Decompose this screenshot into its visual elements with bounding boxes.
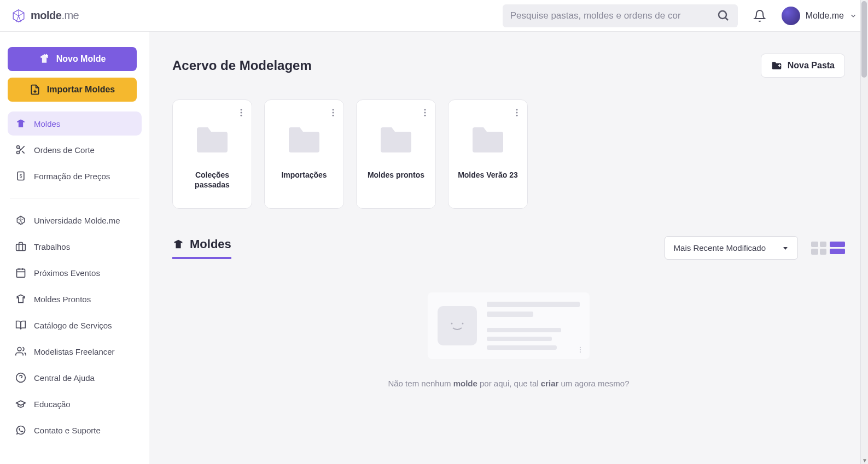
tab-label: Moldes	[190, 237, 231, 251]
button-label: Importar Moldes	[47, 85, 115, 95]
scroll-down-icon[interactable]: ▼	[861, 456, 868, 464]
list-view-button[interactable]	[830, 242, 845, 255]
user-name: Molde.me	[806, 11, 844, 21]
nav-label: Moldes	[34, 119, 60, 128]
briefcase-icon	[15, 241, 26, 252]
empty-avatar	[438, 306, 477, 345]
svg-point-5	[17, 146, 20, 149]
svg-point-26	[333, 109, 334, 110]
nav-main: Moldes Ordens de Corte $ Formação de Pre…	[8, 111, 142, 188]
svg-line-2	[725, 17, 728, 20]
svg-text:$: $	[20, 173, 22, 179]
import-icon	[30, 84, 40, 95]
more-icon[interactable]	[512, 108, 522, 118]
import-molds-button[interactable]: Importar Moldes	[8, 78, 137, 102]
new-mold-button[interactable]: Novo Molde	[8, 47, 137, 71]
users-icon	[15, 346, 26, 357]
sort-select[interactable]: Mais Recente Modificado	[665, 236, 798, 260]
grad-cap-icon	[15, 398, 26, 409]
more-icon[interactable]	[236, 108, 246, 118]
sidebar-item-central-ajuda[interactable]: Central de Ajuda	[8, 366, 142, 390]
whatsapp-icon	[15, 425, 26, 436]
svg-point-27	[333, 112, 334, 114]
svg-point-18	[18, 348, 21, 351]
user-menu[interactable]: Molde.me	[782, 7, 857, 25]
nav-label: Contato e Suporte	[34, 426, 101, 435]
svg-rect-14	[17, 269, 25, 277]
svg-point-23	[241, 109, 242, 110]
folder-icon	[195, 124, 230, 155]
svg-point-31	[424, 115, 426, 116]
folder-plus-icon	[771, 61, 782, 71]
logo[interactable]: molde.me	[11, 8, 79, 24]
tab-moldes[interactable]: Moldes	[172, 237, 231, 259]
svg-point-40	[580, 351, 581, 353]
view-toggle	[811, 242, 845, 255]
chevron-down-icon	[849, 12, 857, 20]
sidebar-item-ordens-de-corte[interactable]: Ordens de Corte	[8, 138, 142, 162]
svg-marker-35	[783, 247, 788, 250]
logo-text: molde.me	[31, 9, 79, 22]
logo-icon	[11, 8, 26, 24]
nav-label: Educação	[34, 400, 71, 409]
search-box[interactable]	[503, 4, 738, 27]
sidebar-item-modelistas-freelancer[interactable]: Modelistas Freelancer	[8, 339, 142, 363]
scrollbar[interactable]: ▲ ▼	[860, 0, 868, 464]
sidebar-item-educacao[interactable]: Educação	[8, 392, 142, 416]
folder-name: Moldes Verão 23	[458, 170, 518, 180]
svg-point-30	[424, 112, 426, 114]
sidebar-item-moldes[interactable]: Moldes	[8, 111, 142, 136]
svg-point-29	[424, 109, 426, 110]
search-icon[interactable]	[717, 9, 730, 22]
search-input[interactable]	[510, 10, 710, 21]
folder-name: Moldes prontos	[368, 170, 424, 180]
sidebar-item-trabalhos[interactable]: Trabalhos	[8, 234, 142, 259]
button-label: Nova Pasta	[788, 61, 835, 71]
svg-line-9	[19, 148, 21, 150]
sidebar: Novo Molde Importar Moldes Moldes Ordens…	[0, 32, 149, 464]
sidebar-item-formacao-de-precos[interactable]: $ Formação de Preços	[8, 164, 142, 188]
nav-divider	[10, 198, 139, 198]
sidebar-item-moldes-prontos[interactable]: Moldes Prontos	[8, 287, 142, 311]
more-icon[interactable]	[328, 108, 338, 118]
sidebar-item-proximos-eventos[interactable]: Próximos Eventos	[8, 261, 142, 285]
page-title: Acervo de Modelagem	[172, 58, 312, 73]
svg-line-8	[22, 151, 25, 154]
new-folder-button[interactable]: Nova Pasta	[761, 54, 845, 78]
avatar	[782, 7, 800, 25]
svg-point-28	[333, 115, 334, 116]
notification-icon[interactable]	[753, 9, 766, 22]
svg-rect-22	[778, 65, 780, 66]
empty-text: Não tem nenhum molde por aqui, que tal c…	[388, 378, 629, 390]
more-icon[interactable]	[420, 108, 430, 118]
scroll-thumb[interactable]	[861, 1, 867, 78]
shirt-icon	[15, 118, 26, 129]
sidebar-item-universidade[interactable]: Universidade Molde.me	[8, 208, 142, 232]
folder-icon	[470, 124, 505, 155]
folder-card[interactable]: Moldes Verão 23	[448, 99, 528, 209]
grid-view-button[interactable]	[811, 242, 826, 255]
empty-card-illustration	[428, 292, 590, 359]
folder-card[interactable]: Moldes prontos	[356, 99, 436, 209]
page-header: Acervo de Modelagem Nova Pasta	[172, 54, 845, 78]
scissors-icon	[15, 144, 26, 155]
sidebar-item-catalogo-servicos[interactable]: Catálogo de Serviços	[8, 313, 142, 337]
svg-point-37	[462, 323, 464, 325]
folder-card[interactable]: Coleções passadas	[172, 99, 252, 209]
help-icon	[15, 372, 26, 383]
shirt-plus-icon	[39, 54, 50, 64]
shirt-outline-icon	[15, 293, 26, 304]
sidebar-item-contato-suporte[interactable]: Contato e Suporte	[8, 418, 142, 442]
folder-row: Coleções passadas Importações Moldes pro…	[172, 99, 845, 209]
svg-point-24	[241, 112, 242, 114]
nav-label: Formação de Preços	[34, 172, 110, 181]
svg-point-32	[516, 109, 518, 110]
main-content: Acervo de Modelagem Nova Pasta Coleções …	[149, 32, 868, 464]
price-tag-icon: $	[15, 171, 26, 181]
nav-label: Ordens de Corte	[34, 145, 95, 155]
svg-point-1	[719, 11, 726, 19]
folder-card[interactable]: Importações	[264, 99, 344, 209]
book-icon	[15, 320, 26, 331]
calendar-icon	[15, 267, 26, 278]
svg-point-38	[580, 347, 581, 348]
